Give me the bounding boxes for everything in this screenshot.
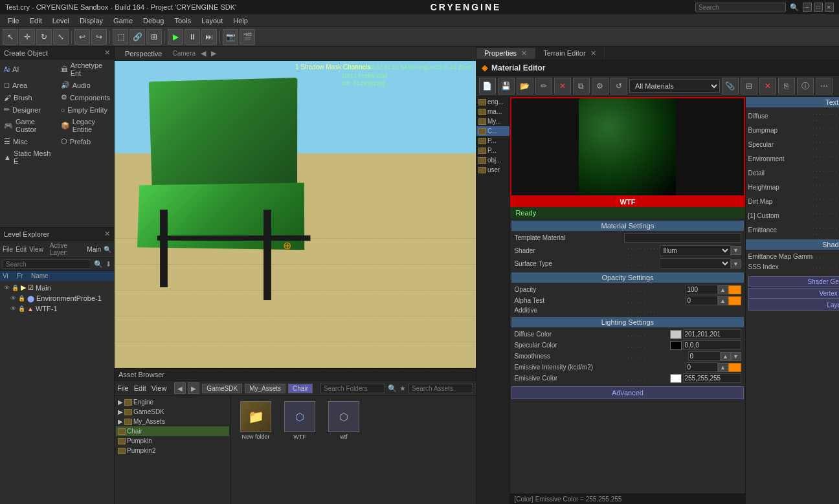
menu-debug[interactable]: Debug <box>138 16 169 26</box>
viewport-canvas[interactable]: ⊕ CamPos=62.02 61.23 34.69 AngL=-20 0 -2… <box>115 61 476 368</box>
create-item-components[interactable]: ⚙ Components <box>57 91 114 104</box>
ab-forward-btn[interactable]: ▶ <box>188 382 199 394</box>
mat-expand-btn[interactable]: ⋯ <box>816 78 833 94</box>
alpha-input[interactable] <box>686 296 718 305</box>
ab-file[interactable]: File <box>117 384 129 392</box>
ab-tree-myassets[interactable]: ▶ My_Assets <box>116 417 229 426</box>
create-item-prefab[interactable]: ⬡ Prefab <box>57 135 114 148</box>
vertex-deform-btn[interactable]: Vertex Deformation <box>748 288 840 299</box>
cursor-tool[interactable]: ↖ <box>3 29 18 45</box>
tab-properties[interactable]: Properties ✕ <box>476 48 535 59</box>
menu-level[interactable]: Level <box>47 16 74 26</box>
mat-delete-btn[interactable]: ✕ <box>554 78 571 94</box>
create-item-brush[interactable]: 🖌 Brush <box>0 91 57 104</box>
mat-settings-btn[interactable]: ⚙ <box>592 78 609 94</box>
breadcrumb-chair[interactable]: Chair <box>288 384 313 393</box>
opacity-input[interactable] <box>686 285 718 294</box>
le-search-icon[interactable]: 🔍 <box>104 246 111 253</box>
smoothness-input[interactable] <box>688 351 721 361</box>
shader-gen-btn[interactable]: Shader Generation Params <box>748 276 840 287</box>
le-filter-btn[interactable]: ⬇ <box>106 260 111 268</box>
alpha-slider[interactable] <box>728 296 741 305</box>
close-properties-tab[interactable]: ✕ <box>521 49 527 57</box>
mat-tree-p1[interactable]: P... <box>476 136 509 146</box>
ab-back-btn[interactable]: ◀ <box>174 382 186 394</box>
ab-tree-engine[interactable]: ▶ Engine <box>116 397 229 407</box>
mat-refresh-btn[interactable]: ↺ <box>610 78 627 94</box>
breadcrumb-gamesdk[interactable]: GameSDK <box>202 384 242 393</box>
rotate-tool[interactable]: ↻ <box>36 29 52 45</box>
mat-del2-btn[interactable]: ⊟ <box>741 78 757 94</box>
mat-add-btn[interactable]: 📎 <box>722 78 739 94</box>
emissive-color-input[interactable] <box>683 373 741 383</box>
tree-item-main[interactable]: 👁 🔒 ▶ ☑ Main <box>1 282 113 293</box>
menu-edit[interactable]: Edit <box>25 16 47 26</box>
link-btn[interactable]: 🔗 <box>129 29 145 45</box>
advanced-btn[interactable]: Advanced <box>511 386 743 399</box>
menu-help[interactable]: Help <box>228 16 253 26</box>
redo-btn[interactable]: ↪ <box>91 29 107 45</box>
ab-view[interactable]: View <box>151 384 167 392</box>
create-item-misc[interactable]: ☰ Misc <box>0 135 57 148</box>
pause-btn[interactable]: ⏸ <box>185 29 200 45</box>
surface-dropdown-btn[interactable]: ▼ <box>731 259 741 268</box>
level-explorer-close[interactable]: ✕ <box>104 230 110 238</box>
mat-tree-user[interactable]: user <box>476 165 509 175</box>
mat-save-btn[interactable]: 💾 <box>498 78 515 94</box>
menu-layout[interactable]: Layout <box>196 16 228 26</box>
ab-star-btn[interactable]: ★ <box>399 384 406 393</box>
alpha-up-btn[interactable]: ▲ <box>718 296 728 305</box>
move-tool[interactable]: ✛ <box>19 29 35 45</box>
mat-all-dropdown[interactable]: All Materials <box>629 80 720 93</box>
create-item-audio[interactable]: 🔊 Audio <box>57 79 114 91</box>
create-object-close[interactable]: ✕ <box>104 49 110 57</box>
ab-search-btn[interactable]: 🔍 <box>388 384 397 393</box>
close-btn[interactable]: ✕ <box>825 3 834 12</box>
tree-item-envprobe[interactable]: 👁 🔒 ⬤ EnvironmentProbe-1 <box>1 293 113 303</box>
diffuse-input[interactable] <box>683 329 741 339</box>
mat-copy-btn[interactable]: ⧉ <box>573 78 590 94</box>
create-item-game[interactable]: 🎮 Game Custor <box>0 116 57 135</box>
le-file[interactable]: File <box>3 246 13 253</box>
ab-tree-pumpkin[interactable]: Pumpkin <box>116 436 229 446</box>
file-new-folder[interactable]: 📁 New folder <box>236 401 275 440</box>
ab-tree-chair[interactable]: Chair <box>116 426 229 436</box>
select-btn[interactable]: ⬚ <box>113 29 128 45</box>
cam-prev[interactable]: ◀ <box>201 49 206 58</box>
search-assets-input[interactable] <box>408 384 473 393</box>
create-item-archetype[interactable]: 🏛 Archetype Ent <box>57 60 114 79</box>
le-search-btn[interactable]: 🔍 <box>94 260 103 268</box>
mat-tree-p2[interactable]: P... <box>476 146 509 155</box>
emissive-up-btn[interactable]: ▲ <box>718 363 728 372</box>
specular-color-swatch[interactable] <box>670 341 682 350</box>
create-item-legacy[interactable]: 📦 Legacy Entitie <box>57 116 114 135</box>
menu-game[interactable]: Game <box>108 16 138 26</box>
mat-copy2-btn[interactable]: ⎘ <box>778 78 795 94</box>
specular-input[interactable] <box>683 340 741 350</box>
surface-select[interactable] <box>660 258 731 269</box>
create-item-area[interactable]: ◻ Area <box>0 79 57 91</box>
viewport-tab[interactable]: Perspective <box>120 49 167 59</box>
shader-dropdown-btn[interactable]: ▼ <box>731 246 741 255</box>
breadcrumb-myassets[interactable]: My_Assets <box>245 384 285 393</box>
search-icon[interactable]: 🔍 <box>790 3 799 12</box>
smoothness-up-btn[interactable]: ▲ <box>721 352 731 361</box>
mat-load-btn[interactable]: 📂 <box>517 78 533 94</box>
ab-edit[interactable]: Edit <box>134 384 146 392</box>
step-btn[interactable]: ⏭ <box>201 29 217 45</box>
mat-tree-eng[interactable]: eng... <box>476 97 509 107</box>
maximize-btn[interactable]: □ <box>814 3 823 12</box>
camera-btn[interactable]: 📷 <box>223 29 238 45</box>
close-terrain-tab[interactable]: ✕ <box>590 49 596 57</box>
mat-info-btn[interactable]: ⓘ <box>797 78 814 94</box>
diffuse-color-swatch[interactable] <box>670 330 682 339</box>
menu-display[interactable]: Display <box>74 16 108 26</box>
cam-next[interactable]: ▶ <box>211 49 216 58</box>
template-input[interactable] <box>624 233 741 243</box>
le-view[interactable]: View <box>29 246 43 253</box>
create-item-empty[interactable]: ○ Empty Entity <box>57 104 114 116</box>
snap-btn[interactable]: ⊞ <box>146 29 162 45</box>
create-item-ai[interactable]: Ai AI <box>0 60 57 79</box>
global-search-input[interactable] <box>695 3 786 12</box>
mat-edit-btn[interactable]: ✏ <box>535 78 552 94</box>
